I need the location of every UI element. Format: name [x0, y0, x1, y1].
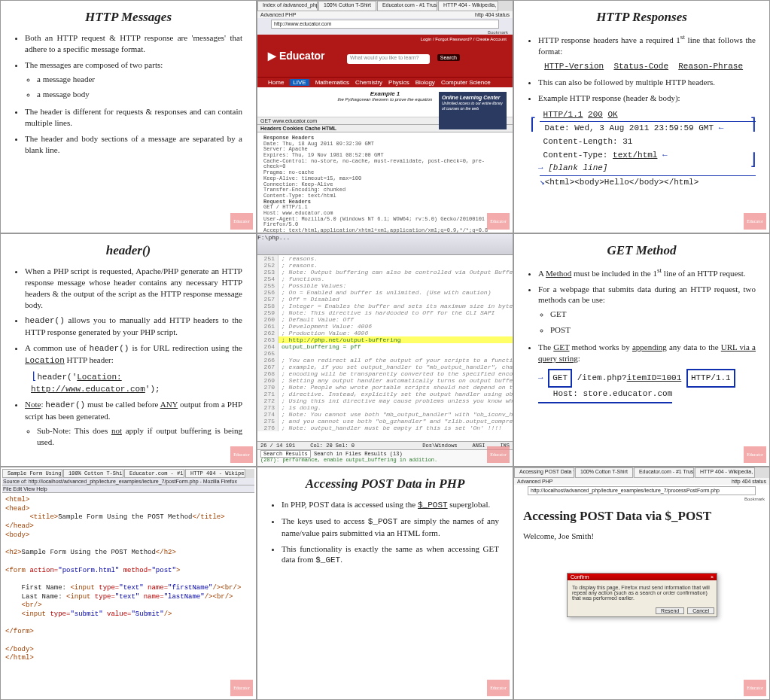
bullet: The messages are composed of two parts: …	[25, 59, 242, 101]
nav-item[interactable]: Physics	[388, 79, 409, 86]
fmt-part: Reason-Phrase	[678, 62, 743, 71]
slide-title: HTTP Messages	[14, 10, 242, 25]
browser-tab[interactable]: Educator.com - #1 Trusted e-Learni...	[124, 469, 184, 478]
bullet: A Method must be included in the 1st lin…	[538, 266, 756, 279]
toolbar-label: Advanced PHP	[517, 479, 552, 484]
devtools-panel: Response Headers Date: Thu, 18 Aug 2011 …	[257, 132, 513, 233]
slide-get-method: GET Method A Method must be included in …	[513, 233, 770, 467]
address-bar[interactable]: http://localhost/advanced_php/lecture_ex…	[528, 486, 756, 495]
slide-browser-educator: Index of /advanced_php/lecture_exa... 10…	[257, 0, 513, 233]
browser-tab[interactable]: Accessing POST Data via $_POST	[514, 467, 574, 478]
watermark-icon: Educator	[744, 680, 766, 696]
browser-tab[interactable]: HTTP 404 - Wikipedia, the free encyc...	[438, 1, 498, 11]
browser-tab[interactable]: HTTP 404 - Wikipedia, the free encyc...	[695, 467, 755, 478]
nav-item[interactable]: Computer Science	[441, 79, 491, 86]
editor-find-panel: Search Results Search in Files Results (…	[257, 449, 513, 466]
browser-tab[interactable]: Educator.com - #1 Trusted e-Learni...	[634, 467, 694, 478]
sub-bullet: a message header	[37, 74, 242, 85]
watermark-icon: Educator	[744, 446, 766, 463]
browser-tab[interactable]: Index of /advanced_php/lecture_exa...	[257, 1, 318, 11]
slide-title: header()	[14, 243, 242, 258]
resend-button[interactable]: Resend	[656, 607, 684, 614]
fmt-part: HTTP-Version	[544, 62, 604, 71]
sub-bullet: Sub-Note: This does not apply if output …	[37, 425, 242, 448]
watermark-icon: Educator	[230, 213, 253, 230]
slide-header-fn: header() When a PHP script is requested,…	[0, 233, 257, 467]
browser-tab[interactable]: Educator.com - #1 Trusted e-Learni...	[377, 1, 437, 11]
login-links[interactable]: Login / Forgot Password? / Create Accoun…	[421, 37, 507, 41]
slide-http-messages: HTTP Messages Both an HTTP request & HTT…	[0, 0, 257, 233]
browser-tab[interactable]: HTTP 404 - Wikipedia, the free encyc...	[185, 469, 245, 478]
watermark-icon: Educator	[230, 680, 253, 696]
browser-tabbar: Index of /advanced_php/lecture_exa... 10…	[257, 1, 513, 11]
search-button[interactable]: Search	[437, 54, 460, 61]
confirm-dialog: Confirm× To display this page, Firefox m…	[567, 573, 717, 617]
slide-title: HTTP Responses	[528, 10, 756, 25]
bullet: Note: header() must be called before ANY…	[25, 399, 242, 447]
bullet: This functionality is exactly the same a…	[282, 543, 499, 567]
slide-browser-output: Accessing POST Data via $_POST 100% Cott…	[513, 467, 770, 700]
educator-logo: ▶ Educator	[268, 50, 325, 62]
bullet: HTTP response headers have a required 1s…	[538, 32, 756, 72]
browser-tab[interactable]: 100% Cotton T-Shirt	[318, 1, 376, 11]
bullet: This can also be followed by multiple HT…	[538, 77, 756, 88]
slide-title: Accessing POST Data in PHP	[271, 476, 499, 492]
bullet: The GET method works by appending any da…	[538, 342, 756, 403]
sub-bullet: POST	[550, 324, 756, 336]
slide-source-view: Sample Form Using the POST Method ... 10…	[0, 467, 257, 700]
bullet: The header is different for requests & r…	[25, 106, 242, 129]
welcome-text: Welcome, Joe Smith!	[523, 531, 760, 540]
page-title: Accessing POST Data via $_POST	[523, 509, 760, 524]
nav-item-live[interactable]: LIVE	[290, 79, 309, 86]
toolbar-label: Advanced PHP	[260, 12, 296, 17]
close-icon[interactable]: ×	[711, 574, 714, 580]
sub-bullet: a message body	[37, 89, 242, 100]
search-input[interactable]: What would you like to learn?	[347, 54, 430, 64]
bullet: When a PHP script is requested, Apache/P…	[25, 266, 242, 310]
fmt-part: Status-Code	[613, 62, 668, 71]
cancel-button[interactable]: Cancel	[687, 607, 714, 614]
nav-item[interactable]: Biology	[415, 79, 435, 86]
editor-titlebar: F:\php...	[257, 234, 513, 255]
bullet: The keys used to access $_POST are simpl…	[282, 516, 499, 539]
sub-bullet: GET	[550, 309, 756, 320]
bullet: In PHP, POST data is accessed using the …	[282, 499, 499, 511]
slide-title: GET Method	[528, 243, 756, 258]
site-nav: Home LIVE Mathematics Chemistry Physics …	[257, 77, 513, 87]
bullet: The header and body sections of a messag…	[25, 133, 242, 156]
slide-grid: HTTP Messages Both an HTTP request & HTT…	[0, 0, 770, 700]
watermark-icon: Educator	[744, 213, 766, 230]
address-bar[interactable]: http://www.educator.com	[271, 20, 499, 29]
editor-statusbar: 26 / 14 191 Col: 20 Sel: 0 Dos\Windows A…	[257, 441, 513, 449]
watermark-icon: Educator	[487, 446, 510, 463]
watermark-icon: Educator	[487, 213, 510, 230]
watermark-icon: Educator	[230, 446, 253, 463]
toolbar-label: http 404 status	[475, 12, 510, 17]
watermark-icon: Educator	[487, 680, 510, 696]
bullet: header() allows you to manually add HTTP…	[25, 315, 242, 338]
slide-http-responses: HTTP Responses HTTP response headers hav…	[513, 0, 770, 233]
nav-item[interactable]: Chemistry	[355, 79, 382, 86]
bullet: Example HTTP response (header & body): ⌈…	[538, 93, 756, 189]
slide-editor-phpini: F:\php... 251; reasons.252; reasons.253;…	[257, 233, 513, 467]
source-menu[interactable]: File Edit View Help	[2, 485, 254, 493]
olc-box: Online Learning CenterUnlimited access t…	[439, 92, 507, 129]
content-area: Example 1 the Pythagorean theorem to pro…	[257, 87, 513, 117]
toolbar-label: http 404 status	[732, 479, 766, 484]
bullet: Both an HTTP request & HTTP response are…	[25, 32, 242, 55]
dialog-title: Confirm	[571, 574, 589, 580]
nav-item[interactable]: Home	[268, 79, 284, 86]
dialog-text: To display this page, Firefox must send …	[568, 580, 717, 605]
slide-post-data-php: Accessing POST Data in PHP In PHP, POST …	[257, 467, 513, 700]
bullet: A common use of header() is for URL redi…	[25, 342, 242, 394]
browser-tab[interactable]: 100% Cotton T-Shirt	[575, 467, 633, 478]
site-header: Login / Forgot Password? / Create Accoun…	[257, 35, 513, 77]
browser-tab[interactable]: Sample Form Using the POST Method ...	[2, 469, 62, 478]
nav-item[interactable]: Mathematics	[315, 79, 349, 86]
source-title: Source of: http://localhost/advanced_php…	[2, 478, 254, 485]
browser-tab[interactable]: 100% Cotton T-Shirt	[63, 469, 123, 478]
bullet: For a webpage that submits data during a…	[538, 284, 756, 336]
